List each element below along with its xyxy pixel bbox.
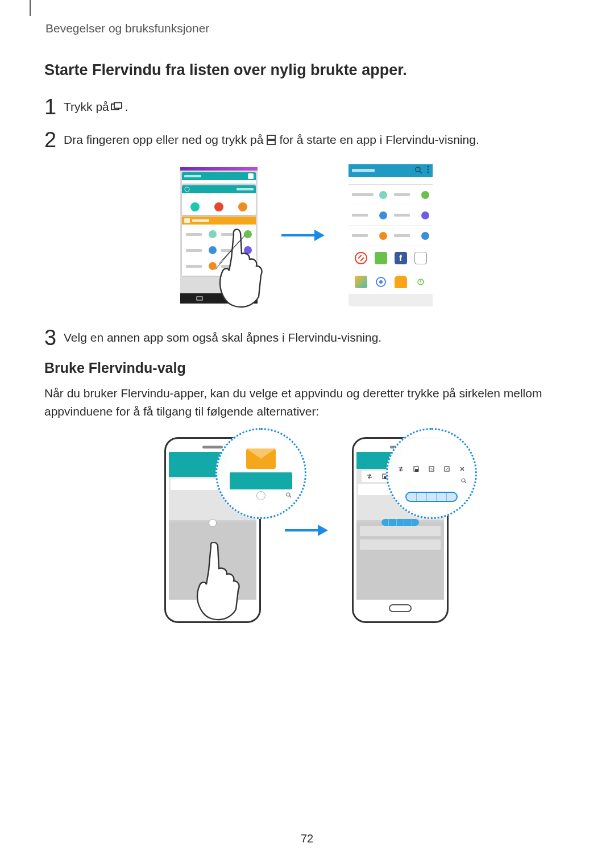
multiwindow-split-icon [265, 135, 277, 145]
videos-icon [379, 211, 387, 219]
svg-point-10 [416, 167, 420, 172]
arrow-right-icon [284, 524, 329, 537]
step-number: 3 [44, 327, 64, 348]
sound-icon [214, 202, 223, 211]
folder-icon [184, 218, 190, 223]
step2-text-before: Dra fingeren opp eller ned og trykk på [64, 133, 263, 147]
display-icon [238, 202, 247, 211]
files-header [182, 217, 256, 225]
chrome-icon [375, 276, 387, 288]
mail-envelope-icon [246, 448, 276, 469]
multiwindow-handle [209, 519, 217, 527]
multiwindow-handle-expanded [381, 519, 419, 526]
svg-line-11 [420, 171, 422, 173]
page-tab-mark [30, 0, 31, 16]
music-icon [414, 276, 427, 288]
section-heading-start-multiwindow: Starte Flervindu fra listen over nylig b… [44, 61, 569, 79]
recent-files-icon [379, 191, 387, 199]
phone-screen-recent-apps [180, 167, 258, 304]
option-bar-zoomed [393, 463, 470, 475]
step-text: Trykk på . [64, 100, 128, 114]
figure-multiwindow-options [44, 437, 569, 623]
svg-line-21 [290, 496, 292, 498]
search-icon [414, 166, 422, 176]
step1-text-before: Trykk på [64, 100, 109, 114]
galaxy-apps-icon [414, 252, 427, 264]
step-3: 3 Velg en annen app som også skal åpnes … [44, 327, 569, 348]
recent-apps-icon [111, 102, 123, 112]
documents-icon [379, 232, 387, 240]
swap-windows-icon [397, 465, 405, 473]
figure-left-phone [180, 167, 258, 304]
gallery-icon [355, 276, 367, 288]
step-number: 2 [44, 129, 64, 151]
zoom-bubble-handle [215, 428, 306, 519]
step-2: 2 Dra fingeren opp eller ned og trykk på… [44, 129, 569, 151]
svg-point-16 [379, 280, 383, 284]
arrow-right-icon [280, 229, 326, 242]
breadcrumb: Bevegelser og bruksfunksjoner [45, 22, 209, 35]
messages-icon [395, 276, 407, 288]
zoom-bubble-options [386, 428, 477, 519]
android-nav-bar [180, 293, 258, 304]
more-options-icon [427, 165, 429, 176]
nav-tray-icon [196, 296, 204, 301]
step-1: 1 Trykk på . [44, 96, 569, 118]
handle-pill-zoomed [405, 492, 458, 502]
svg-point-20 [287, 493, 290, 496]
svg-rect-6 [197, 297, 202, 300]
svg-point-14 [428, 172, 429, 173]
drag-content-icon [412, 465, 420, 473]
settings-gear-icon [184, 186, 190, 192]
minimize-icon [443, 465, 451, 473]
swap-windows-icon [366, 472, 374, 480]
svg-rect-5 [184, 218, 190, 223]
svg-line-35 [465, 482, 467, 484]
step-text: Velg en annen app som også skal åpnes i … [64, 331, 381, 344]
usage-icon [190, 202, 200, 211]
svg-point-13 [428, 169, 429, 171]
tapping-hand-illustration [187, 542, 250, 628]
downloaded-icon [421, 232, 429, 240]
svg-rect-31 [415, 469, 418, 472]
figure-right-screen-files: f [349, 164, 433, 306]
evernote-icon [375, 252, 387, 264]
step-number: 1 [44, 96, 64, 118]
images-icon [421, 191, 429, 199]
search-icon [461, 478, 467, 484]
gmail-icon [355, 252, 367, 264]
step-text: Dra fingeren opp eller ned og trykk på f… [64, 133, 479, 147]
svg-rect-1 [114, 103, 122, 109]
audio-icon [421, 211, 429, 219]
multiwindow-handle-zoomed [256, 491, 265, 500]
app-title-bar [349, 164, 433, 177]
svg-point-4 [185, 187, 189, 192]
step1-text-after: . [125, 100, 128, 114]
svg-point-12 [428, 166, 429, 168]
figure-start-multiwindow: f [44, 164, 569, 306]
svg-marker-23 [318, 525, 328, 536]
svg-point-34 [462, 479, 465, 482]
body-paragraph: Når du bruker Flervindu-apper, kan du ve… [44, 384, 569, 420]
maximize-icon [428, 465, 435, 473]
facebook-icon: f [395, 252, 407, 264]
svg-rect-3 [267, 140, 275, 144]
close-icon [458, 465, 466, 473]
svg-marker-9 [314, 230, 325, 241]
step2-text-after: for å starte en app i Flervindu-visning. [279, 133, 479, 147]
page-number: 72 [0, 832, 614, 845]
nav-close-all-icon [234, 296, 242, 301]
svg-rect-2 [267, 135, 275, 139]
search-icon [286, 492, 292, 498]
section-heading-use-multiwindow-options: Bruke Flervindu-valg [44, 360, 569, 376]
